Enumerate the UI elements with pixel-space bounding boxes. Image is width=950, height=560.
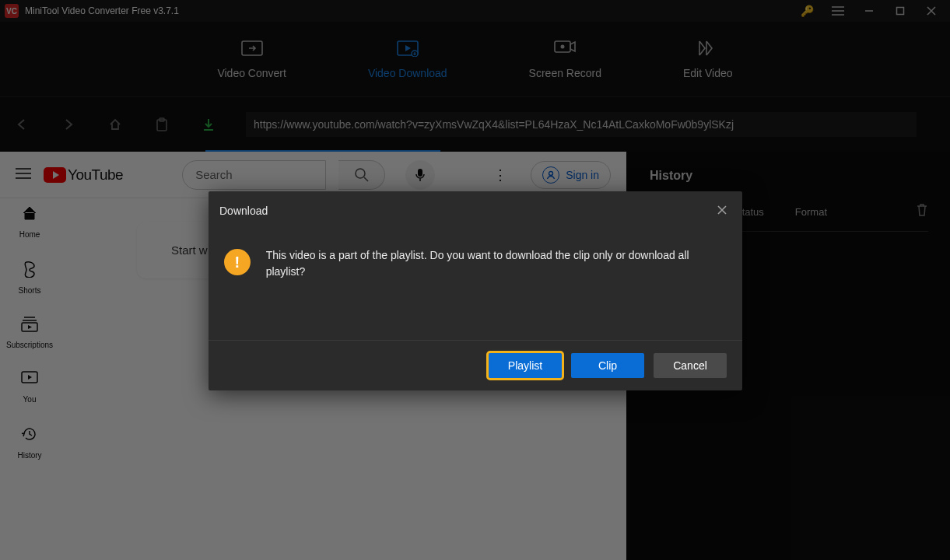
download-modal: Download ! This video is a part of the p…: [209, 191, 742, 390]
warning-icon: !: [224, 249, 251, 275]
modal-title: Download: [219, 205, 268, 217]
modal-message: This video is a part of the playlist. Do…: [266, 247, 727, 280]
modal-footer: Playlist Clip Cancel: [209, 340, 742, 390]
cancel-button[interactable]: Cancel: [654, 353, 727, 378]
modal-titlebar: Download: [209, 191, 742, 230]
modal-body: ! This video is a part of the playlist. …: [209, 230, 742, 340]
playlist-button[interactable]: Playlist: [489, 353, 562, 378]
close-icon[interactable]: [713, 201, 731, 221]
clip-button[interactable]: Clip: [571, 353, 644, 378]
